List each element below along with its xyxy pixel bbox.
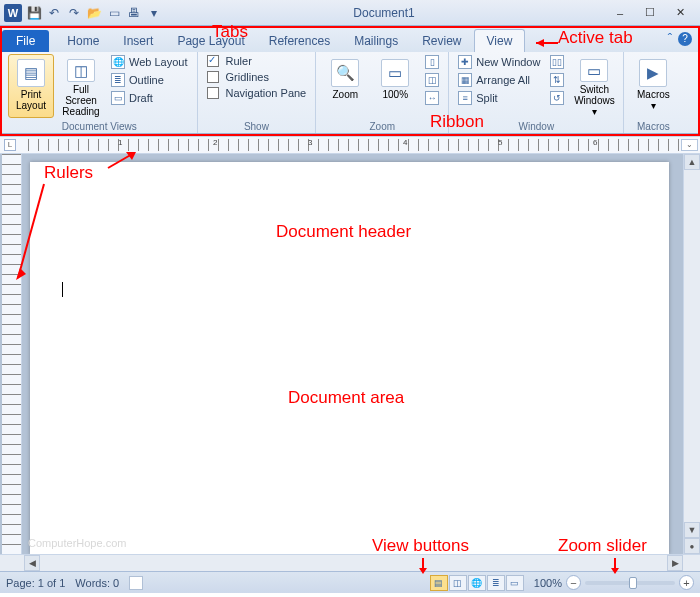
- zoom-percent[interactable]: 100%: [534, 577, 562, 589]
- scroll-down-icon[interactable]: ▼: [684, 522, 700, 538]
- macros-label: Macros▾: [637, 89, 670, 111]
- redo-icon[interactable]: ↷: [66, 5, 82, 21]
- zoom-in-button[interactable]: +: [679, 575, 694, 590]
- sync-scroll-button[interactable]: ⇅: [547, 72, 567, 88]
- one-page-icon: ▯: [425, 55, 439, 69]
- ruler-toggle-button[interactable]: ⌄: [681, 139, 698, 151]
- view-full-screen-button[interactable]: ◫: [449, 575, 467, 591]
- qat-dropdown-icon[interactable]: ▾: [146, 5, 162, 21]
- minimize-ribbon-icon[interactable]: ˆ: [668, 31, 672, 46]
- scroll-right-icon[interactable]: ▶: [667, 555, 683, 571]
- group-label-zoom: Zoom: [322, 120, 442, 133]
- outline-button[interactable]: ≣Outline: [108, 72, 191, 88]
- switch-windows-button[interactable]: ▭ Switch Windows ▾: [571, 54, 617, 118]
- app-icon: W: [4, 4, 22, 22]
- view-web-layout-button[interactable]: 🌐: [468, 575, 486, 591]
- open-icon[interactable]: 📂: [86, 5, 102, 21]
- scrollbar-horizontal-row: ◀ ▶: [0, 554, 700, 571]
- hundred-percent-button[interactable]: ▭ 100%: [372, 54, 418, 118]
- two-pages-button[interactable]: ◫: [422, 72, 442, 88]
- side-by-side-icon: ▯▯: [550, 55, 564, 69]
- zoom-out-button[interactable]: −: [566, 575, 581, 590]
- web-layout-label: Web Layout: [129, 56, 188, 68]
- page-width-button[interactable]: ↔: [422, 90, 442, 106]
- document-page[interactable]: [30, 162, 669, 554]
- arrange-all-button[interactable]: ▦Arrange All: [455, 72, 543, 88]
- navpane-check-icon: [207, 87, 219, 99]
- gridlines-label: Gridlines: [226, 71, 269, 83]
- tab-insert[interactable]: Insert: [111, 30, 165, 52]
- full-screen-reading-button[interactable]: ◫ Full Screen Reading: [58, 54, 104, 118]
- scroll-v-track[interactable]: [684, 170, 700, 522]
- window-controls: – ☐ ✕: [606, 4, 700, 22]
- ruler-num-1: 1: [118, 138, 122, 147]
- draft-button[interactable]: ▭Draft: [108, 90, 191, 106]
- status-page[interactable]: Page: 1 of 1: [6, 577, 65, 589]
- print-layout-label: Print Layout: [9, 89, 53, 111]
- status-proofing-icon[interactable]: [129, 576, 143, 590]
- gridlines-checkbox[interactable]: Gridlines: [204, 70, 310, 84]
- group-show: Ruler Gridlines Navigation Pane Show: [198, 52, 317, 133]
- watermark: ComputerHope.com: [28, 537, 126, 549]
- one-page-button[interactable]: ▯: [422, 54, 442, 70]
- scrollbar-horizontal[interactable]: ◀ ▶: [24, 555, 683, 571]
- new-icon[interactable]: ▭: [106, 5, 122, 21]
- new-window-icon: ✚: [458, 55, 472, 69]
- tab-selector[interactable]: L: [4, 139, 16, 151]
- view-side-by-side-button[interactable]: ▯▯: [547, 54, 567, 70]
- tab-page-layout[interactable]: Page Layout: [165, 30, 256, 52]
- zoom-slider[interactable]: [585, 581, 675, 585]
- zoom-button[interactable]: 🔍 Zoom: [322, 54, 368, 118]
- help-icon[interactable]: ?: [678, 32, 692, 46]
- tab-review[interactable]: Review: [410, 30, 473, 52]
- scroll-up-icon[interactable]: ▲: [684, 154, 700, 170]
- full-screen-reading-icon: ◫: [67, 59, 95, 82]
- page-wrap: [24, 154, 683, 554]
- web-layout-button[interactable]: 🌐Web Layout: [108, 54, 191, 70]
- draft-label: Draft: [129, 92, 153, 104]
- split-icon: ≡: [458, 91, 472, 105]
- switch-windows-icon: ▭: [580, 59, 608, 82]
- view-print-layout-button[interactable]: ▤: [430, 575, 448, 591]
- print-layout-button[interactable]: ▤ Print Layout: [8, 54, 54, 118]
- macros-button[interactable]: ▶ Macros▾: [630, 54, 676, 118]
- maximize-button[interactable]: ☐: [636, 4, 664, 22]
- window-title: Document1: [162, 6, 606, 20]
- ribbon-outline: File Home Insert Page Layout References …: [0, 26, 700, 136]
- ruler-check-icon: [207, 55, 219, 67]
- gridlines-check-icon: [207, 71, 219, 83]
- close-button[interactable]: ✕: [666, 4, 694, 22]
- scroll-h-track[interactable]: [40, 556, 667, 571]
- text-cursor: [62, 282, 63, 297]
- new-window-label: New Window: [476, 56, 540, 68]
- new-window-button[interactable]: ✚New Window: [455, 54, 543, 70]
- group-zoom: 🔍 Zoom ▭ 100% ▯ ◫ ↔ Zoom: [316, 52, 449, 133]
- split-button[interactable]: ≡Split: [455, 90, 543, 106]
- tab-view[interactable]: View: [474, 29, 526, 52]
- group-document-views: ▤ Print Layout ◫ Full Screen Reading 🌐We…: [2, 52, 198, 133]
- workspace: ▲ ▼ ●: [0, 154, 700, 554]
- scroll-left-icon[interactable]: ◀: [24, 555, 40, 571]
- scrollbar-vertical[interactable]: ▲ ▼ ●: [683, 154, 700, 554]
- save-icon[interactable]: 💾: [26, 5, 42, 21]
- ruler-checkbox[interactable]: Ruler: [204, 54, 310, 68]
- ruler-vertical[interactable]: [2, 154, 22, 554]
- ruler-horizontal[interactable]: L 1 2 3 4 5 6 ⌄: [0, 136, 700, 154]
- ruler-num-5: 5: [498, 138, 502, 147]
- view-outline-button[interactable]: ≣: [487, 575, 505, 591]
- undo-icon[interactable]: ↶: [46, 5, 62, 21]
- tab-references[interactable]: References: [257, 30, 342, 52]
- zoom-slider-thumb[interactable]: [629, 577, 637, 589]
- tab-home[interactable]: Home: [55, 30, 111, 52]
- browse-object-icon[interactable]: ●: [684, 538, 700, 554]
- status-words[interactable]: Words: 0: [75, 577, 119, 589]
- tab-file[interactable]: File: [2, 30, 49, 52]
- quickprint-icon[interactable]: 🖶: [126, 5, 142, 21]
- navigation-pane-checkbox[interactable]: Navigation Pane: [204, 86, 310, 100]
- view-draft-button[interactable]: ▭: [506, 575, 524, 591]
- minimize-button[interactable]: –: [606, 4, 634, 22]
- reset-window-button[interactable]: ↺: [547, 90, 567, 106]
- hundred-percent-icon: ▭: [381, 59, 409, 87]
- two-pages-icon: ◫: [425, 73, 439, 87]
- tab-mailings[interactable]: Mailings: [342, 30, 410, 52]
